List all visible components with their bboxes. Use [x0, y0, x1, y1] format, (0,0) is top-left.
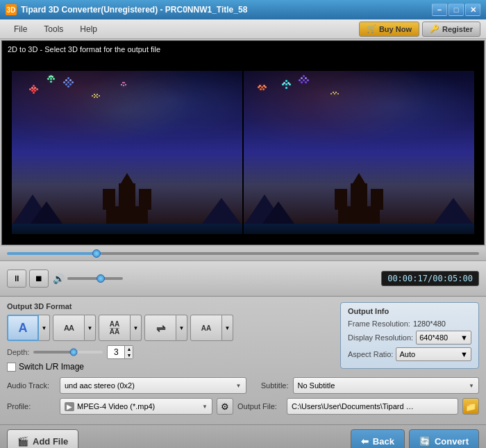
folder-icon: 📁 [465, 401, 476, 412]
audio-track-label: Audio Track: [7, 381, 56, 390]
top-bottom-button[interactable]: AAAA [99, 315, 131, 341]
bottom-panel: Output 3D Format A ▼ AA ▼ [0, 297, 486, 424]
scene-right [244, 71, 474, 233]
title-bar-left: 3D Tipard 3D Converter(Unregistered) - P… [6, 4, 247, 15]
back-button[interactable]: ⬅ Back [351, 429, 405, 449]
close-button[interactable]: ✕ [465, 3, 480, 16]
frame-resolution-row: Frame Resolution: 1280*480 [348, 320, 471, 328]
output-file-combo[interactable]: C:\Users\User\Documents\Tipard Studio\Vi… [287, 398, 458, 415]
controls-bar: ⏸ ⏹ 🔊 00:00:17/00:05:00 [0, 260, 486, 297]
volume-icon: 🔊 [53, 273, 65, 284]
output-format-title: Output 3D Format [7, 302, 333, 310]
profile-combo[interactable]: ▶ MPEG-4 Video (*.mp4) ▼ [60, 398, 212, 415]
menu-help[interactable]: Help [72, 22, 106, 37]
subtitle-combo[interactable]: No Subtitle ▼ [293, 377, 480, 394]
add-file-icon: 🎬 [17, 436, 28, 447]
stop-icon: ⏹ [35, 274, 43, 283]
app-icon: 3D [6, 4, 17, 15]
time-display: 00:00:17/00:05:00 [381, 271, 479, 286]
convert-button[interactable]: 🔄 Convert [409, 429, 479, 449]
menu-right: 🛒 Buy Now 🔑 Register [359, 22, 480, 37]
depth-number: 3 [108, 347, 124, 358]
pause-button[interactable]: ⏸ [7, 269, 26, 288]
format-buttons: A ▼ AA ▼ AAAA ▼ [7, 315, 333, 341]
output-info-title: Output Info [348, 307, 471, 315]
anaglyph-button[interactable]: A [7, 315, 39, 341]
display-resolution-select[interactable]: 640*480 ▼ [416, 331, 471, 345]
preview-label: 2D to 3D - Select 3D format for the outp… [8, 45, 160, 53]
maximize-button[interactable]: □ [449, 3, 464, 16]
profile-arrow: ▼ [202, 404, 208, 410]
depth-up[interactable]: ▲ [125, 346, 133, 352]
buy-now-button[interactable]: 🛒 Buy Now [359, 22, 419, 37]
half-group: AA ▼ [190, 315, 233, 341]
depth-label: Depth: [7, 348, 29, 356]
profile-row: Profile: ▶ MPEG-4 Video (*.mp4) ▼ ⚙ Outp… [7, 398, 479, 415]
top-bottom-dropdown[interactable]: ▼ [131, 315, 142, 341]
anaglyph-group: A ▼ [7, 315, 50, 341]
audio-track-arrow: ▼ [236, 383, 242, 389]
anaglyph-dropdown[interactable]: ▼ [39, 315, 50, 341]
audio-track-row: Audio Track: und aac stereo (0x2) ▼ Subt… [7, 377, 479, 394]
volume-thumb[interactable] [97, 274, 105, 283]
switch-lr-label: Switch L/R Image [19, 362, 84, 372]
cart-icon: 🛒 [367, 24, 376, 33]
volume-area: 🔊 [53, 273, 123, 284]
key-icon: 🔑 [430, 24, 439, 33]
menu-tools[interactable]: Tools [35, 22, 72, 37]
top-bottom-group: AAAA ▼ [99, 315, 142, 341]
preview-content [2, 41, 484, 244]
settings-icon: ⚙ [221, 401, 229, 412]
back-icon: ⬅ [361, 436, 369, 447]
convert-icon: 🔄 [419, 436, 430, 447]
side-by-side-button[interactable]: AA [53, 315, 85, 341]
scene-left [12, 71, 242, 233]
window-title: Tipard 3D Converter(Unregistered) - PRC0… [21, 5, 247, 15]
timeline-thumb[interactable] [92, 249, 101, 258]
display-resolution-row: Display Resolution: 640*480 ▼ [348, 331, 471, 345]
timeline-slider[interactable] [7, 247, 479, 260]
fireworks-scene [12, 71, 474, 233]
title-bar: 3D Tipard 3D Converter(Unregistered) - P… [0, 0, 486, 19]
subtitle-arrow: ▼ [469, 383, 474, 389]
frame-resolution-label: Frame Resolution: [348, 320, 410, 328]
subtitle-label: Subtitle: [251, 381, 289, 390]
half-button[interactable]: AA [190, 315, 222, 341]
action-bar: 🎬 Add File ⬅ Back 🔄 Convert [0, 424, 486, 448]
preview-area: 2D to 3D - Select 3D format for the outp… [1, 40, 485, 245]
profile-label: Profile: [7, 402, 56, 410]
display-resolution-label: Display Resolution: [348, 333, 413, 342]
register-button[interactable]: 🔑 Register [422, 22, 480, 37]
frame-resolution-value: 1280*480 [413, 320, 471, 328]
depth-down[interactable]: ▼ [125, 352, 133, 358]
audio-track-combo[interactable]: und aac stereo (0x2) ▼ [60, 377, 246, 394]
depth-thumb[interactable] [70, 349, 78, 356]
depth-slider[interactable] [33, 351, 103, 354]
add-file-button[interactable]: 🎬 Add File [7, 429, 78, 449]
split-group: ⇌ ▼ [144, 315, 187, 341]
aspect-ratio-select[interactable]: Auto ▼ [396, 347, 471, 361]
side-by-side-group: AA ▼ [53, 315, 96, 341]
output-info: Output Info Frame Resolution: 1280*480 D… [340, 302, 479, 369]
playback-controls: ⏸ ⏹ [7, 269, 49, 288]
format-section: Output 3D Format A ▼ AA ▼ [7, 302, 479, 372]
output-file-label: Output File: [237, 402, 283, 410]
split-dropdown[interactable]: ▼ [176, 315, 187, 341]
title-controls: − □ ✕ [432, 3, 480, 16]
stop-button[interactable]: ⏹ [29, 269, 49, 288]
switch-lr-checkbox[interactable] [7, 363, 16, 372]
pause-icon: ⏸ [12, 274, 21, 283]
format-left: Output 3D Format A ▼ AA ▼ [7, 302, 333, 372]
half-dropdown[interactable]: ▼ [222, 315, 233, 341]
profile-format-icon: ▶ [65, 402, 74, 411]
split-button[interactable]: ⇌ [144, 315, 176, 341]
side-by-side-dropdown[interactable]: ▼ [85, 315, 96, 341]
output-folder-button[interactable]: 📁 [462, 398, 479, 415]
minimize-button[interactable]: − [432, 3, 447, 16]
aspect-ratio-row: Aspect Ratio: Auto ▼ [348, 347, 471, 361]
volume-slider[interactable] [67, 277, 123, 280]
menu-file[interactable]: File [6, 22, 35, 37]
depth-value: 3 ▲ ▼ [107, 345, 133, 359]
right-actions: ⬅ Back 🔄 Convert [351, 429, 479, 449]
profile-settings-button[interactable]: ⚙ [217, 398, 233, 415]
